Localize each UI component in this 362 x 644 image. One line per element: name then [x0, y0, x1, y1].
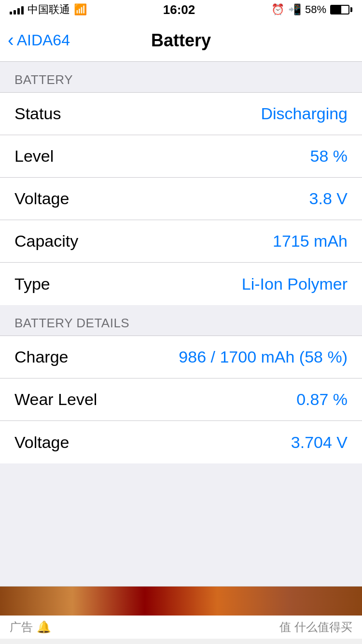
battery-details-table: Charge 986 / 1700 mAh (58 %) Wear Level … — [0, 336, 362, 463]
wear-level-value: 0.87 % — [296, 390, 348, 409]
battery-tip — [350, 7, 352, 12]
alarm-icon: ⏰ — [271, 3, 284, 16]
voltage-label: Voltage — [14, 189, 69, 208]
ad-image — [0, 587, 362, 616]
table-row: Wear Level 0.87 % — [0, 378, 362, 421]
signal-bars-icon — [10, 5, 24, 14]
bluetooth-icon: 📲 — [288, 3, 301, 16]
status-left: 中国联通 📶 — [10, 2, 87, 17]
table-row: Voltage 3.704 V — [0, 421, 362, 463]
table-row: Charge 986 / 1700 mAh (58 %) — [0, 336, 362, 378]
carrier-label: 中国联通 — [28, 2, 70, 17]
charge-label: Charge — [14, 348, 69, 366]
ad-icon: 🔔 — [37, 620, 51, 634]
voltage-detail-label: Voltage — [14, 433, 69, 452]
back-chevron-icon: ‹ — [8, 31, 14, 49]
table-row: Capacity 1715 mAh — [0, 220, 362, 263]
table-row: Voltage 3.8 V — [0, 178, 362, 220]
status-label: Status — [14, 104, 61, 123]
capacity-label: Capacity — [14, 232, 78, 251]
table-row: Type Li-Ion Polymer — [0, 263, 362, 305]
battery-icon — [330, 5, 352, 14]
table-row: Status Discharging — [0, 93, 362, 135]
page-wrapper: 中国联通 📶 16:02 ⏰ 📲 58% ‹ AIDA64 Battery BA — [0, 0, 362, 644]
voltage-value: 3.8 V — [309, 189, 348, 208]
status-bar: 中国联通 📶 16:02 ⏰ 📲 58% — [0, 0, 362, 19]
wear-level-label: Wear Level — [14, 390, 97, 409]
battery-percent-label: 58% — [305, 3, 326, 16]
ad-left-label: 广告 🔔 — [10, 619, 51, 635]
ad-footer: 广告 🔔 值 什么值得买 — [0, 616, 362, 639]
status-time: 16:02 — [163, 2, 195, 17]
battery-body — [330, 5, 349, 14]
section-header-battery-details: BATTERY DETAILS — [0, 305, 362, 336]
status-right: ⏰ 📲 58% — [271, 3, 352, 16]
back-button[interactable]: ‹ AIDA64 — [8, 31, 70, 49]
ad-text-label: 广告 — [10, 619, 33, 635]
voltage-detail-value: 3.704 V — [291, 433, 348, 452]
charge-value: 986 / 1700 mAh (58 %) — [179, 348, 348, 366]
type-label: Type — [14, 275, 50, 294]
level-value: 58 % — [310, 147, 348, 166]
battery-table: Status Discharging Level 58 % Voltage 3.… — [0, 92, 362, 305]
page-title: Battery — [151, 30, 211, 51]
type-value: Li-Ion Polymer — [242, 275, 348, 294]
table-row: Level 58 % — [0, 135, 362, 178]
wifi-icon: 📶 — [74, 3, 87, 16]
capacity-value: 1715 mAh — [273, 232, 348, 251]
content: BATTERY Status Discharging Level 58 % Vo… — [0, 62, 362, 463]
ad-banner[interactable]: 广告 🔔 值 什么值得买 — [0, 586, 362, 644]
status-value: Discharging — [261, 104, 348, 123]
battery-fill — [331, 6, 341, 14]
section-header-battery: BATTERY — [0, 62, 362, 92]
back-label: AIDA64 — [17, 31, 70, 49]
nav-bar: ‹ AIDA64 Battery — [0, 19, 362, 62]
ad-right-label: 值 什么值得买 — [279, 619, 352, 635]
level-label: Level — [14, 147, 54, 166]
